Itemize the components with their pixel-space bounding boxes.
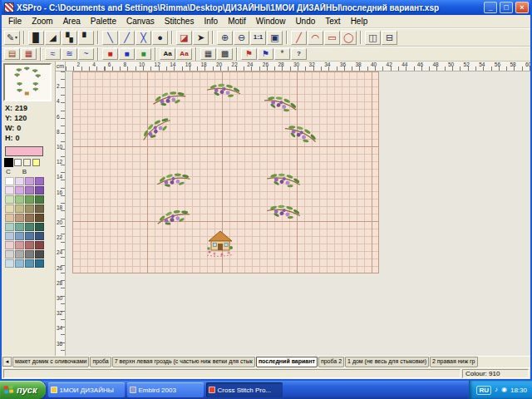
mirror-vertical-tool[interactable]: ⊟ xyxy=(382,31,397,45)
palette-swatch[interactable] xyxy=(5,204,14,213)
flag-blue-tool[interactable]: ⚑ xyxy=(258,48,273,60)
design-tab-4[interactable]: последний вариант xyxy=(256,357,318,367)
quick-color-swatch[interactable] xyxy=(32,159,40,166)
zoom-out-tool[interactable]: ⊖ xyxy=(234,31,249,45)
tab-scroll-left-button[interactable]: ◄ xyxy=(2,357,12,367)
palette-swatch[interactable] xyxy=(25,232,34,240)
wave-stitch-tool[interactable]: ≈ xyxy=(45,48,61,60)
french-knot-tool[interactable]: ● xyxy=(152,31,168,45)
palette-swatch[interactable] xyxy=(15,232,24,240)
palette-swatch[interactable] xyxy=(5,241,14,249)
palette-swatch[interactable] xyxy=(35,223,44,231)
quick-color-swatch[interactable] xyxy=(14,159,22,166)
backstitch-tool[interactable]: ╲ xyxy=(102,31,118,45)
cross-line-tool[interactable]: ╳ xyxy=(135,31,151,45)
thread-palette-tool[interactable]: ▤ xyxy=(4,48,20,60)
knot-marker-tool[interactable]: * xyxy=(274,48,290,60)
draw-line-tool[interactable]: ╱ xyxy=(291,31,307,45)
symbol-view-tool[interactable]: ▩ xyxy=(217,48,233,60)
stitch-canvas[interactable] xyxy=(72,71,379,273)
menu-undo[interactable]: Undo xyxy=(290,16,320,27)
menu-stitches[interactable]: Stitches xyxy=(160,16,200,27)
menu-area[interactable]: Area xyxy=(58,16,86,27)
double-wave-stitch-tool[interactable]: ≋ xyxy=(62,48,77,60)
clock[interactable]: 18:30 xyxy=(510,387,527,394)
close-button[interactable]: × xyxy=(515,2,529,13)
design-tab-6[interactable]: 1 дом (не весь для стыковки) xyxy=(345,357,429,367)
olive-branch-motif[interactable] xyxy=(136,111,179,150)
palette-swatch[interactable] xyxy=(35,195,44,204)
palette-swatch[interactable] xyxy=(25,250,34,259)
maximize-button[interactable]: □ xyxy=(500,2,513,13)
select-arrow-tool[interactable]: ➤ xyxy=(193,31,209,45)
draw-rect-tool[interactable]: ▭ xyxy=(324,31,340,45)
color-red-swatch[interactable]: ■ xyxy=(102,48,118,60)
draw-arc-tool[interactable]: ◠ xyxy=(308,31,323,45)
olive-branch-motif[interactable] xyxy=(264,200,303,227)
design-tab-1[interactable]: макет домик с оливочками xyxy=(12,357,89,367)
grid-view-tool[interactable]: ▦ xyxy=(200,48,216,60)
menu-text[interactable]: Text xyxy=(320,16,345,27)
olive-branch-motif[interactable] xyxy=(259,90,301,121)
palette-swatch[interactable] xyxy=(35,241,44,249)
longstitch-tool[interactable]: ╱ xyxy=(119,31,135,45)
menu-motif[interactable]: Motif xyxy=(223,16,251,27)
eraser-tool[interactable]: ◪ xyxy=(176,31,192,45)
palette-swatch[interactable] xyxy=(35,177,44,185)
straight-wave-stitch-tool[interactable]: ~ xyxy=(78,48,94,60)
flag-red-tool[interactable]: ⚑ xyxy=(241,48,257,60)
palette-swatch[interactable] xyxy=(5,186,14,195)
petite-stitch-tool[interactable]: ▘ xyxy=(78,31,94,45)
palette-swatch[interactable] xyxy=(15,214,24,222)
design-tab-5[interactable]: проба 2 xyxy=(318,357,344,367)
palette-swatch[interactable] xyxy=(5,177,14,185)
menu-window[interactable]: Window xyxy=(251,16,291,27)
quick-color-swatch[interactable] xyxy=(5,159,12,166)
palette-swatch[interactable] xyxy=(35,250,44,259)
menu-zoom[interactable]: Zoom xyxy=(27,16,58,27)
help-pointer-tool[interactable]: ? xyxy=(291,48,307,60)
task-button-2[interactable]: Embird 2003 xyxy=(127,382,204,397)
volume-icon[interactable]: ♪ xyxy=(495,387,498,393)
menu-help[interactable]: Help xyxy=(346,16,373,27)
font-latin-tool[interactable]: Aa xyxy=(160,48,175,60)
palette-swatch[interactable] xyxy=(15,195,24,204)
color-organizer-tool[interactable]: ▦ xyxy=(21,48,37,60)
palette-swatch[interactable] xyxy=(25,204,34,213)
palette-swatch[interactable] xyxy=(5,250,14,259)
menu-palette[interactable]: Palette xyxy=(86,16,121,27)
palette-swatch[interactable] xyxy=(25,223,34,231)
olive-branch-motif[interactable] xyxy=(204,79,243,106)
palette-swatch[interactable] xyxy=(35,186,44,195)
olive-branch-motif[interactable] xyxy=(279,118,322,153)
task-button-3[interactable]: 1МОИ ДИЗАЙНЫ xyxy=(48,382,125,397)
design-preview[interactable] xyxy=(3,63,52,101)
house-motif[interactable] xyxy=(205,229,235,261)
palette-swatch[interactable] xyxy=(15,186,24,195)
palette-swatch[interactable] xyxy=(5,259,14,268)
palette-swatch[interactable] xyxy=(35,259,44,268)
quarter-stitch-tool[interactable]: ▚ xyxy=(62,31,77,45)
olive-branch-motif[interactable] xyxy=(150,86,190,116)
zoom-fit-tool[interactable]: ▣ xyxy=(267,31,283,45)
palette-swatch[interactable] xyxy=(35,232,44,240)
pencil-tool[interactable]: ✎▾ xyxy=(4,31,20,45)
status-icon[interactable]: ◉ xyxy=(501,387,507,393)
quick-color-swatch[interactable] xyxy=(23,159,31,166)
palette-swatch[interactable] xyxy=(25,214,34,222)
olive-branch-motif[interactable] xyxy=(154,169,193,195)
design-tab-2[interactable]: проба xyxy=(90,357,111,367)
palette-swatch[interactable] xyxy=(25,177,34,185)
palette-swatch[interactable] xyxy=(15,223,24,231)
task-button-1[interactable]: Cross Stitch Pro... xyxy=(206,382,283,397)
color-green-swatch[interactable]: ■ xyxy=(135,48,151,60)
menu-file[interactable]: File xyxy=(3,16,27,27)
palette-swatch[interactable] xyxy=(15,204,24,213)
palette-swatch[interactable] xyxy=(15,259,24,268)
palette-swatch[interactable] xyxy=(5,195,14,204)
menu-canvas[interactable]: Canvas xyxy=(121,16,160,27)
font-cyrillic-tool[interactable]: Аа xyxy=(176,48,192,60)
palette-swatch[interactable] xyxy=(5,232,14,240)
current-color-swatch[interactable] xyxy=(5,146,43,156)
palette-swatch[interactable] xyxy=(25,241,34,249)
